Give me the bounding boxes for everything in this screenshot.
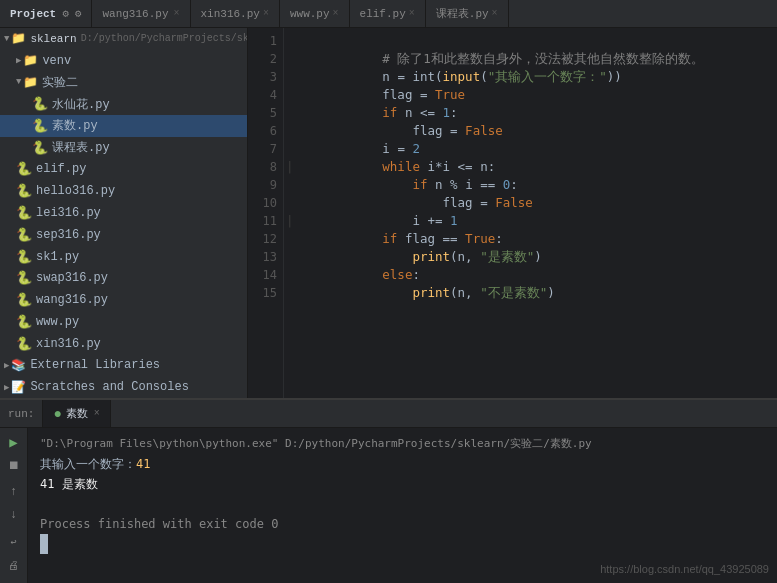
sidebar-item-sushu[interactable]: 🐍 素数.py bbox=[0, 115, 247, 137]
tab-wang316-label: wang316.py bbox=[102, 8, 168, 20]
run-label: run: bbox=[0, 400, 43, 427]
run-tab-bar: run: ● 素数 × bbox=[0, 400, 777, 428]
sidebar-item-hello316[interactable]: 🐍 hello316.py bbox=[0, 180, 247, 202]
run-stop-button[interactable]: ⏹ bbox=[4, 455, 24, 475]
tab-xin316[interactable]: xin316.py × bbox=[191, 0, 280, 27]
run-wrap-button[interactable]: ↩ bbox=[4, 532, 24, 552]
external-libs-label: External Libraries bbox=[30, 358, 160, 372]
run-result-line: 41 是素数 bbox=[40, 474, 765, 494]
sidebar-item-wang316[interactable]: 🐍 wang316.py bbox=[0, 289, 247, 311]
watermark: https://blog.csdn.net/qq_43925089 bbox=[600, 563, 769, 575]
sushu-label: 素数.py bbox=[52, 117, 98, 134]
py-icon: 🐍 bbox=[16, 249, 32, 265]
shuixianhua-label: 水仙花.py bbox=[52, 96, 110, 113]
wang316-label: wang316.py bbox=[36, 293, 108, 307]
run-scroll-up-button[interactable]: ↑ bbox=[4, 482, 24, 502]
scratches-icon: 📝 bbox=[11, 380, 26, 395]
code-editor[interactable]: 1 2 3 4 5 6 7 8 9 10 11 12 13 14 15 bbox=[248, 28, 777, 398]
elif-label: elif.py bbox=[36, 162, 86, 176]
code-content[interactable]: # 除了1和此整数自身外，没法被其他自然数整除的数。 n = int(input… bbox=[284, 28, 777, 398]
close-icon[interactable]: × bbox=[173, 8, 179, 19]
sklearn-label: sklearn bbox=[30, 33, 76, 45]
sidebar-item-kechengbiao[interactable]: 🐍 课程表.py bbox=[0, 137, 247, 159]
cursor-block bbox=[40, 534, 48, 554]
code-line-7: |while i*i <= n: bbox=[292, 140, 769, 158]
xin316-label: xin316.py bbox=[36, 337, 101, 351]
tab-elif[interactable]: elif.py × bbox=[350, 0, 426, 27]
sidebar-item-shiyan2[interactable]: ▼ 📁 实验二 bbox=[0, 72, 247, 94]
gear-icon[interactable]: ⚙ bbox=[75, 7, 82, 20]
close-icon[interactable]: × bbox=[409, 8, 415, 19]
www-label: www.py bbox=[36, 315, 79, 329]
bottom-panel: run: ● 素数 × ▶ ⏹ ↑ ↓ ↩ 🖨 "D:\Progra bbox=[0, 398, 777, 583]
close-icon[interactable]: × bbox=[492, 8, 498, 19]
venv-label: venv bbox=[42, 54, 71, 68]
close-icon[interactable]: × bbox=[333, 8, 339, 19]
sidebar-item-sep316[interactable]: 🐍 sep316.py bbox=[0, 224, 247, 246]
sidebar: ▼ 📁 sklearn D:/python/PycharmProjects/sk… bbox=[0, 28, 248, 398]
py-icon: 🐍 bbox=[16, 336, 32, 352]
folder-icon: 📁 bbox=[11, 31, 26, 46]
path-label: D:/python/PycharmProjects/skle... bbox=[81, 33, 248, 44]
sidebar-item-scratches[interactable]: ▶ 📝 Scratches and Consoles bbox=[0, 376, 247, 398]
tab-bar: Project ⚙ ⚙ wang316.py × xin316.py × www… bbox=[0, 0, 777, 28]
sidebar-item-www[interactable]: 🐍 www.py bbox=[0, 311, 247, 333]
tab-kecheng-label: 课程表.py bbox=[436, 6, 489, 21]
swap316-label: swap316.py bbox=[36, 271, 108, 285]
app-root: Project ⚙ ⚙ wang316.py × xin316.py × www… bbox=[0, 0, 777, 583]
run-body: ▶ ⏹ ↑ ↓ ↩ 🖨 "D:\Program Files\python\pyt… bbox=[0, 428, 777, 583]
sidebar-item-swap316[interactable]: 🐍 swap316.py bbox=[0, 267, 247, 289]
collapse-arrow: ▼ bbox=[4, 34, 9, 44]
sidebar-item-elif[interactable]: 🐍 elif.py bbox=[0, 159, 247, 181]
run-tab-label: 素数 bbox=[66, 406, 88, 421]
sk1-label: sk1.py bbox=[36, 250, 79, 264]
run-toolbar: ▶ ⏹ ↑ ↓ ↩ 🖨 bbox=[0, 428, 28, 583]
sidebar-item-sk1[interactable]: 🐍 sk1.py bbox=[0, 246, 247, 268]
collapse-arrow: ▶ bbox=[4, 382, 9, 393]
main-area: ▼ 📁 sklearn D:/python/PycharmProjects/sk… bbox=[0, 28, 777, 398]
hello316-label: hello316.py bbox=[36, 184, 115, 198]
py-icon: 🐍 bbox=[16, 314, 32, 330]
close-icon[interactable]: × bbox=[263, 8, 269, 19]
sidebar-item-external-libs[interactable]: ▶ 📚 External Libraries bbox=[0, 354, 247, 376]
run-cursor-line bbox=[40, 534, 765, 554]
code-line-1: # 除了1和此整数自身外，没法被其他自然数整除的数。 bbox=[292, 32, 769, 50]
py-icon: 🐍 bbox=[16, 270, 32, 286]
tab-xin316-label: xin316.py bbox=[201, 8, 260, 20]
close-icon[interactable]: × bbox=[94, 408, 100, 419]
folder-icon: 📁 bbox=[23, 75, 38, 90]
sidebar-item-sklearn[interactable]: ▼ 📁 sklearn D:/python/PycharmProjects/sk… bbox=[0, 28, 247, 50]
run-tab-sushu[interactable]: ● 素数 × bbox=[43, 400, 110, 427]
py-icon: 🐍 bbox=[16, 292, 32, 308]
project-toolbar: Project ⚙ ⚙ bbox=[0, 0, 92, 27]
tab-kecheng[interactable]: 课程表.py × bbox=[426, 0, 509, 27]
py-icon: 🐍 bbox=[16, 205, 32, 221]
sidebar-item-lei316[interactable]: 🐍 lei316.py bbox=[0, 202, 247, 224]
folder-icon: 📁 bbox=[23, 53, 38, 68]
py-icon: 🐍 bbox=[32, 118, 48, 134]
run-print-button[interactable]: 🖨 bbox=[4, 555, 24, 575]
run-play-button[interactable]: ▶ bbox=[4, 432, 24, 452]
run-dot-icon: ● bbox=[53, 406, 61, 422]
sep316-label: sep316.py bbox=[36, 228, 101, 242]
run-cmd-line: "D:\Program Files\python\python.exe" D:/… bbox=[40, 434, 765, 454]
project-label: Project bbox=[10, 8, 56, 20]
py-icon: 🐍 bbox=[16, 183, 32, 199]
run-empty-line bbox=[40, 494, 765, 514]
code-line-10: | i += 1 bbox=[292, 194, 769, 212]
run-output[interactable]: "D:\Program Files\python\python.exe" D:/… bbox=[28, 428, 777, 583]
run-scroll-down-button[interactable]: ↓ bbox=[4, 505, 24, 525]
py-icon: 🐍 bbox=[16, 227, 32, 243]
tab-elif-label: elif.py bbox=[360, 8, 406, 20]
sidebar-item-venv[interactable]: ▶ 📁 venv bbox=[0, 50, 247, 72]
sidebar-item-shuixianhua[interactable]: 🐍 水仙花.py bbox=[0, 93, 247, 115]
tab-wang316[interactable]: wang316.py × bbox=[92, 0, 190, 27]
run-prompt-line: 其输入一个数字：41 bbox=[40, 454, 765, 474]
editor-area: 1 2 3 4 5 6 7 8 9 10 11 12 13 14 15 bbox=[248, 28, 777, 398]
tab-www[interactable]: www.py × bbox=[280, 0, 350, 27]
settings-icon[interactable]: ⚙ bbox=[62, 7, 69, 20]
sidebar-item-xin316[interactable]: 🐍 xin316.py bbox=[0, 333, 247, 355]
kechengbiao-label: 课程表.py bbox=[52, 139, 110, 156]
tab-www-label: www.py bbox=[290, 8, 330, 20]
collapse-arrow: ▼ bbox=[16, 77, 21, 87]
